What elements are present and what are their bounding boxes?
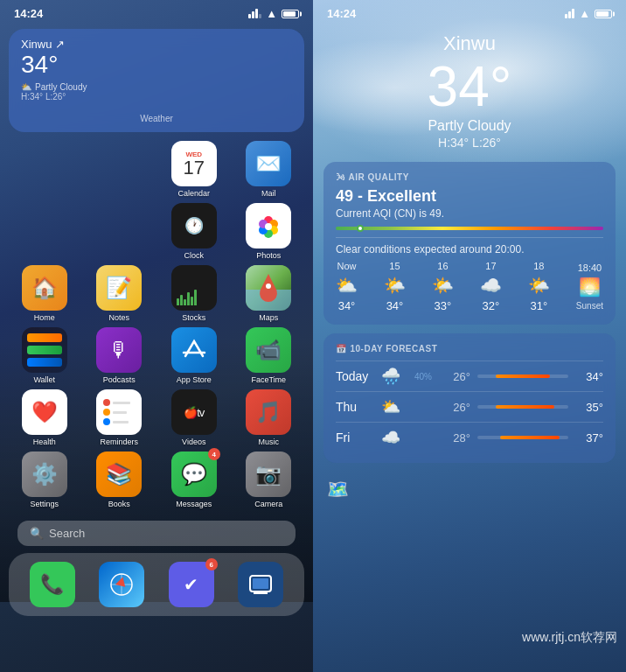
camera-label: Camera: [254, 500, 282, 508]
appletv-app[interactable]: 🍎tv Videos: [164, 389, 224, 446]
music-label: Music: [258, 438, 279, 446]
hourly-16: 16 🌤️ 33°: [432, 261, 454, 312]
forecast-fri: Fri ☁️ 28° 37°: [336, 422, 603, 452]
mail-label: Mail: [261, 189, 276, 198]
dock-tasks[interactable]: ✔ 6: [162, 562, 221, 607]
photos-app[interactable]: Photos: [239, 203, 298, 260]
forecast-thu: Thu ⛅ 26° 35°: [336, 391, 603, 422]
hourly-now: Now ⛅ 34°: [336, 261, 358, 312]
wifi-icon: ▲: [266, 7, 277, 20]
app-row-2: 🕐 Clock Photos: [7, 203, 306, 260]
photos-icon: [253, 210, 284, 242]
weather-header: Xinwu 34° Partly Cloudy H:34° L:26°: [313, 24, 626, 162]
safari-icon: [108, 571, 135, 598]
dock-phone[interactable]: 📞: [23, 562, 82, 607]
divider: [336, 237, 603, 238]
home-app[interactable]: 🏠 Home: [15, 265, 74, 322]
messages-app[interactable]: 💬 4 Messages: [164, 452, 224, 508]
right-hilo: H:34° L:26°: [330, 136, 609, 150]
forecast-card: 📅 10-DAY FORECAST Today 🌧️ 40% 26° 34° T…: [323, 333, 616, 463]
map-icon[interactable]: 🗺️: [327, 479, 349, 500]
hourly-18: 18 🌤️ 31°: [528, 261, 550, 312]
right-signal-icon: [565, 9, 574, 18]
app-grid: WED 17 Calendar ✉️ Mail 🕐 Clock: [0, 137, 313, 517]
stocks-app[interactable]: Stocks: [164, 265, 224, 322]
svg-point-6: [265, 223, 272, 230]
weather-temp: 34°: [21, 52, 292, 77]
signal-icon: [248, 9, 261, 18]
right-wifi-icon: ▲: [579, 7, 590, 20]
settings-app[interactable]: ⚙️ Settings: [15, 452, 74, 508]
search-bar[interactable]: 🔍 Search: [17, 521, 296, 546]
mail-app[interactable]: ✉️ Mail: [239, 141, 298, 198]
forecast-today: Today 🌧️ 40% 26° 34°: [336, 360, 603, 391]
clock-label: Clock: [184, 251, 204, 260]
appstore-icon-svg: [181, 337, 207, 363]
forecast-title: 📅 10-DAY FORECAST: [336, 344, 603, 354]
weather-widget[interactable]: Xinwu ↗ 34° ⛅ Partly Cloudy H:34° L:26° …: [9, 29, 304, 132]
home-label: Home: [34, 313, 55, 322]
books-label: Books: [108, 500, 130, 508]
hourly-15: 15 🌤️ 34°: [384, 261, 406, 312]
right-battery-icon: [595, 10, 612, 18]
maps-app[interactable]: Maps: [239, 265, 298, 322]
settings-label: Settings: [30, 500, 59, 508]
right-bottom-bar: 🗺️: [313, 472, 626, 507]
clock-app[interactable]: 🕐 Clock: [164, 203, 224, 260]
right-temp: 34°: [330, 59, 609, 115]
calendar-label: Calendar: [177, 189, 210, 198]
app-row-1: WED 17 Calendar ✉️ Mail: [7, 141, 306, 198]
weather-bottom: ⛅ Partly Cloudy H:34° L:26°: [21, 82, 292, 102]
right-condition: Partly Cloudy: [330, 118, 609, 134]
weather-city: Xinwu ↗: [21, 38, 292, 51]
calendar-app[interactable]: WED 17 Calendar: [164, 141, 224, 198]
podcasts-app[interactable]: 🎙 Podcasts: [89, 327, 149, 384]
music-app[interactable]: 🎵 Music: [239, 389, 298, 446]
battery-icon: [282, 10, 299, 18]
aqi-indicator: [357, 225, 364, 232]
svg-rect-17: [253, 578, 268, 589]
notes-label: Notes: [108, 313, 129, 322]
forecast-bar-thu: [477, 405, 568, 409]
messages-badge: 4: [208, 448, 220, 460]
right-status-icons: ▲: [565, 7, 612, 20]
watermark: www.rjtj.cn软荐网: [522, 630, 617, 646]
right-city: Xinwu: [330, 32, 609, 55]
wallet-label: Wallet: [33, 375, 55, 384]
right-time: 14:24: [327, 7, 356, 20]
time-label: 14:24: [14, 7, 43, 20]
reminders-app[interactable]: Reminders: [89, 389, 149, 446]
home-screen: 14:24 ▲ Xinwu ↗ 34° ⛅ Partly Cloudy: [0, 0, 313, 672]
right-status-bar: 14:24 ▲: [313, 0, 626, 24]
tasks-badge: 6: [205, 558, 218, 570]
status-bar: 14:24 ▲: [0, 0, 313, 24]
dock: 📞 ✔ 6: [9, 553, 304, 616]
screentime-icon: [248, 572, 273, 597]
svg-point-9: [266, 284, 271, 289]
health-app[interactable]: ❤️ Health: [15, 389, 74, 446]
notes-app[interactable]: 📝 Notes: [89, 265, 149, 322]
reminders-label: Reminders: [100, 438, 138, 446]
app-row-3: 🏠 Home 📝 Notes Stock: [7, 265, 306, 322]
podcasts-label: Podcasts: [103, 375, 136, 384]
forecast-bar-fri: [477, 436, 568, 439]
weather-app-label: Weather: [21, 114, 292, 123]
appstore-label: App Store: [177, 375, 212, 384]
facetime-label: FaceTime: [251, 375, 286, 384]
dock-screentime[interactable]: [231, 562, 290, 607]
app-row-4: Wallet 🎙 Podcasts App Store 📹 FaceTime: [7, 327, 306, 384]
facetime-app[interactable]: 📹 FaceTime: [239, 327, 298, 384]
aqi-label: 🌬 AIR QUALITY: [336, 172, 603, 182]
dock-safari[interactable]: [92, 562, 151, 607]
camera-app[interactable]: 📷 Camera: [239, 452, 298, 508]
appstore-app[interactable]: App Store: [164, 327, 224, 384]
clear-conditions-note: Clear conditions expected around 20:00.: [336, 243, 603, 256]
wallet-app[interactable]: Wallet: [15, 327, 74, 384]
svg-marker-13: [115, 578, 129, 592]
search-placeholder: Search: [49, 527, 85, 540]
books-app[interactable]: 📚 Books: [89, 452, 149, 508]
hourly-sunset: 18:40 🌅 Sunset: [576, 262, 603, 311]
photos-label: Photos: [256, 251, 281, 260]
app-row-5: ❤️ Health: [7, 389, 306, 446]
maps-label: Maps: [259, 313, 278, 322]
